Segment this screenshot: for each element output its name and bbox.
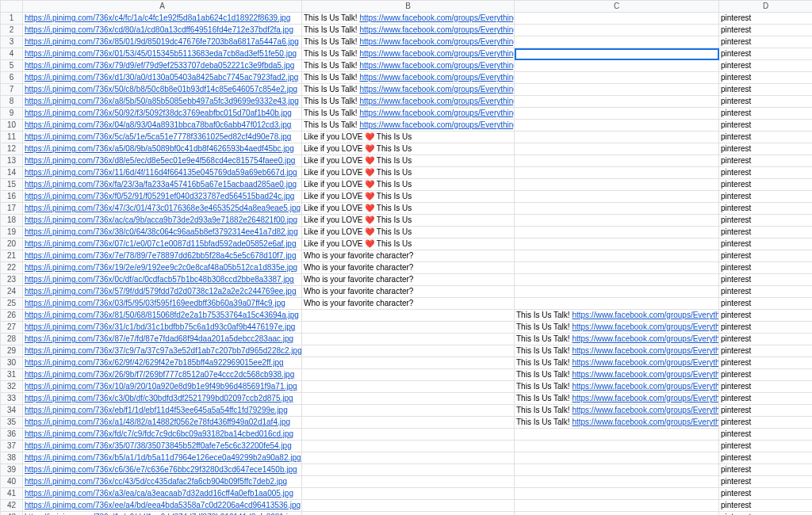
cell-c[interactable]: This Is Us Talk! https://www.facebook.co… [515, 357, 719, 369]
facebook-group-link[interactable]: https://www.facebook.com/groups/Everythi… [359, 13, 514, 22]
cell-b[interactable] [302, 405, 515, 417]
cell-a[interactable]: https://i.pinimg.com/736x/cd/80/a1/cd80a… [23, 25, 302, 36]
row-header[interactable]: 6 [1, 72, 23, 84]
cell-b[interactable]: Like if you LOVE ❤️ This Is Us [302, 179, 515, 191]
cell-b[interactable]: Like if you LOVE ❤️ This Is Us [302, 191, 515, 203]
row-header[interactable]: 16 [1, 191, 23, 203]
cell-a[interactable]: https://i.pinimg.com/736x/5c/a5/1e/5ca51… [23, 132, 302, 143]
cell-d[interactable]: pinterest [719, 512, 813, 516]
cell-a[interactable]: https://i.pinimg.com/736x/0c/df/ac/0cdfa… [23, 274, 302, 286]
cell-c[interactable] [515, 167, 719, 179]
cell-b[interactable] [302, 464, 515, 476]
cell-d[interactable]: pinterest [719, 155, 813, 167]
cell-c[interactable] [515, 488, 719, 500]
row-header[interactable]: 4 [1, 48, 23, 60]
cell-a[interactable]: https://i.pinimg.com/736x/a8/5b/50/a85b5… [23, 96, 302, 108]
image-url-link[interactable]: https://i.pinimg.com/736x/c6/36/e7/c636e… [25, 465, 297, 474]
cell-b[interactable] [302, 476, 515, 488]
cell-a[interactable]: https://i.pinimg.com/736x/c3/0b/df/c30bd… [23, 393, 302, 405]
cell-a[interactable]: https://i.pinimg.com/736x/eb/f1/1d/ebf11… [23, 405, 302, 417]
image-url-link[interactable]: https://i.pinimg.com/736x/81/50/68/81506… [25, 311, 299, 319]
cell-d[interactable]: pinterest [719, 488, 813, 500]
cell-c[interactable] [515, 48, 719, 60]
row-header[interactable]: 10 [1, 120, 23, 132]
cell-d[interactable]: pinterest [719, 298, 813, 310]
cell-b[interactable]: This Is Us Talk! https://www.facebook.co… [302, 13, 515, 25]
image-url-link[interactable]: https://i.pinimg.com/736x/57/9f/dd/579fd… [25, 287, 297, 296]
row-header[interactable]: 41 [1, 488, 23, 500]
row-header[interactable]: 37 [1, 441, 23, 452]
cell-c[interactable]: This Is Us Talk! https://www.facebook.co… [515, 405, 719, 417]
cell-a[interactable]: https://i.pinimg.com/736x/19/2e/e9/192ee… [23, 262, 302, 274]
cell-c[interactable] [515, 60, 719, 72]
image-url-link[interactable]: https://i.pinimg.com/736x/b5/a1/1d/b5a11… [25, 453, 301, 462]
cell-c[interactable] [515, 274, 719, 286]
cell-a[interactable]: https://i.pinimg.com/736x/26/9b/f7/269bf… [23, 369, 302, 381]
image-url-link[interactable]: https://i.pinimg.com/736x/a1/48/82/a1488… [25, 418, 290, 426]
cell-b[interactable]: This Is Us Talk! https://www.facebook.co… [302, 108, 515, 120]
cell-a[interactable]: https://i.pinimg.com/736x/01/53/45/01534… [23, 48, 302, 60]
row-header[interactable]: 33 [1, 393, 23, 405]
cell-b[interactable] [302, 512, 515, 516]
cell-d[interactable]: pinterest [719, 322, 813, 334]
facebook-group-link[interactable]: https://www.facebook.com/groups/Everythi… [359, 120, 514, 129]
image-url-link[interactable]: https://i.pinimg.com/736x/cd/80/a1/cd80a… [25, 25, 293, 34]
cell-c[interactable] [515, 13, 719, 25]
row-header[interactable]: 43 [1, 512, 23, 516]
image-url-link[interactable]: https://i.pinimg.com/736x/47/3c/01/473c0… [25, 204, 301, 212]
image-url-link[interactable]: https://i.pinimg.com/736x/eb/f1/1d/ebf11… [25, 406, 288, 414]
row-header[interactable]: 12 [1, 143, 23, 155]
cell-a[interactable]: https://i.pinimg.com/736x/11/6d/4f/116d4… [23, 167, 302, 179]
cell-b[interactable]: This Is Us Talk! https://www.facebook.co… [302, 36, 515, 48]
facebook-group-link[interactable]: https://www.facebook.com/groups/Everythi… [572, 406, 718, 414]
row-header[interactable]: 20 [1, 238, 23, 250]
cell-b[interactable]: Who is your favorite character? [302, 250, 515, 262]
image-url-link[interactable]: https://i.pinimg.com/736x/fa/23/3a/fa233… [25, 180, 297, 189]
cell-d[interactable]: pinterest [719, 369, 813, 381]
cell-d[interactable]: pinterest [719, 393, 813, 405]
cell-a[interactable]: https://i.pinimg.com/736x/50/c8/b8/50c8b… [23, 84, 302, 96]
facebook-group-link[interactable]: https://www.facebook.com/groups/Everythi… [359, 85, 514, 93]
cell-b[interactable] [302, 452, 515, 464]
cell-a[interactable]: https://i.pinimg.com/736x/07/c1/e0/07c1e… [23, 238, 302, 250]
cell-d[interactable]: pinterest [719, 464, 813, 476]
row-header[interactable]: 17 [1, 203, 23, 215]
cell-b[interactable]: This Is Us Talk! https://www.facebook.co… [302, 25, 515, 36]
image-url-link[interactable]: https://i.pinimg.com/736x/c3/0b/df/c30bd… [25, 394, 293, 402]
cell-a[interactable]: https://i.pinimg.com/736x/03/f5/95/03f59… [23, 298, 302, 310]
cell-c[interactable]: This Is Us Talk! https://www.facebook.co… [515, 345, 719, 357]
cell-d[interactable]: pinterest [719, 476, 813, 488]
facebook-group-link[interactable]: https://www.facebook.com/groups/Everythi… [572, 370, 718, 379]
cell-c[interactable]: This Is Us Talk! https://www.facebook.co… [515, 369, 719, 381]
image-url-link[interactable]: https://i.pinimg.com/736x/11/6d/4f/116d4… [25, 168, 297, 177]
cell-d[interactable]: pinterest [719, 310, 813, 322]
cell-d[interactable]: pinterest [719, 143, 813, 155]
image-url-link[interactable]: https://i.pinimg.com/736x/31/c1/bd/31c1b… [25, 322, 295, 331]
cell-c[interactable] [515, 250, 719, 262]
cell-c[interactable] [515, 227, 719, 238]
image-url-link[interactable]: https://i.pinimg.com/736x/03/f5/95/03f59… [25, 299, 285, 307]
row-header[interactable]: 42 [1, 500, 23, 512]
facebook-group-link[interactable]: https://www.facebook.com/groups/Everythi… [572, 346, 718, 355]
image-url-link[interactable]: https://i.pinimg.com/736x/5c/a5/1e/5ca51… [25, 132, 291, 141]
row-header[interactable]: 36 [1, 429, 23, 441]
cell-c[interactable] [515, 464, 719, 476]
row-header[interactable]: 25 [1, 298, 23, 310]
row-header[interactable]: 15 [1, 179, 23, 191]
image-url-link[interactable]: https://i.pinimg.com/736x/38/c0/64/38c06… [25, 227, 298, 236]
facebook-group-link[interactable]: https://www.facebook.com/groups/Everythi… [572, 382, 718, 391]
facebook-group-link[interactable]: https://www.facebook.com/groups/Everythi… [359, 73, 514, 82]
cell-d[interactable]: pinterest [719, 238, 813, 250]
cell-b[interactable]: Who is your favorite character? [302, 286, 515, 298]
row-header[interactable]: 2 [1, 25, 23, 36]
cell-d[interactable]: pinterest [719, 262, 813, 274]
cell-a[interactable]: https://i.pinimg.com/736x/87/e7/fd/87e7f… [23, 334, 302, 345]
image-url-link[interactable]: https://i.pinimg.com/736x/79/d9/ef/79d9e… [25, 61, 294, 70]
facebook-group-link[interactable]: https://www.facebook.com/groups/Everythi… [572, 418, 718, 426]
image-url-link[interactable]: https://i.pinimg.com/736x/37/c9/7a/37c97… [25, 346, 302, 355]
cell-b[interactable] [302, 488, 515, 500]
cell-c[interactable] [515, 203, 719, 215]
cell-b[interactable]: This Is Us Talk! https://www.facebook.co… [302, 96, 515, 108]
col-header-a[interactable]: A [23, 1, 302, 13]
image-url-link[interactable]: https://i.pinimg.com/736x/35/07/38/35073… [25, 441, 292, 450]
